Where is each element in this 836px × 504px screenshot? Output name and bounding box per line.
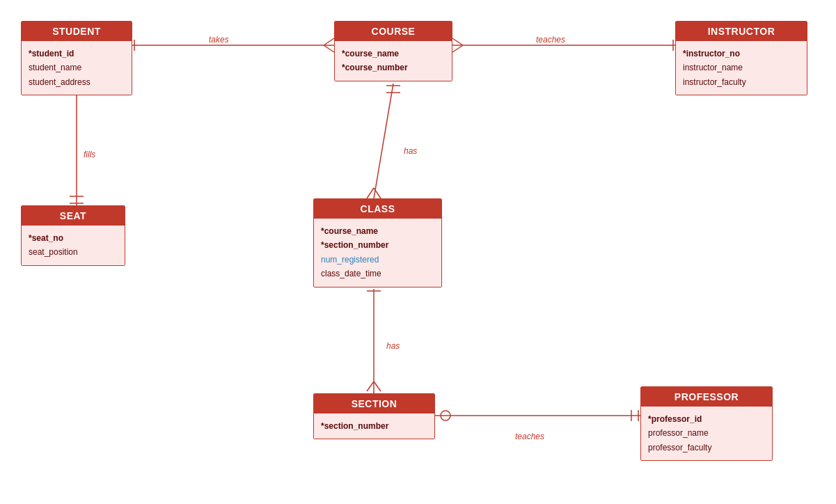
seat-attr-no: *seat_no <box>29 231 118 245</box>
svg-line-1 <box>324 38 334 45</box>
entity-professor: PROFESSOR *professor_id professor_name p… <box>640 386 773 461</box>
instructor-attr-faculty: instructor_faculty <box>683 75 800 89</box>
relation-takes: takes <box>209 35 229 45</box>
student-attr-id: *student_id <box>29 47 125 61</box>
instructor-attr-no: *instructor_no <box>683 47 800 61</box>
section-attr-number: *section_number <box>321 419 427 433</box>
professor-attr-name: professor_name <box>648 426 765 440</box>
entity-instructor-header: INSTRUCTOR <box>676 22 807 41</box>
professor-attr-id: *professor_id <box>648 412 765 426</box>
svg-line-2 <box>324 45 334 52</box>
student-attr-address: student_address <box>29 75 125 89</box>
class-attr-num-registered: num_registered <box>321 253 434 267</box>
relation-has-class-section: has <box>386 341 400 351</box>
svg-line-16 <box>374 188 381 198</box>
entity-professor-header: PROFESSOR <box>641 387 772 407</box>
entity-section-header: SECTION <box>314 394 434 414</box>
entity-section-body: *section_number <box>314 414 434 439</box>
svg-line-5 <box>452 38 463 45</box>
entity-course: COURSE *course_name *course_number <box>334 21 452 81</box>
course-attr-name: *course_name <box>342 47 445 61</box>
entity-seat-header: SEAT <box>22 206 125 226</box>
svg-line-20 <box>374 381 381 391</box>
entity-instructor-body: *instructor_no instructor_name instructo… <box>676 41 807 95</box>
svg-line-6 <box>452 45 463 52</box>
relation-teaches-instructor: teaches <box>536 35 565 45</box>
relation-teaches-professor: teaches <box>515 432 544 441</box>
svg-line-19 <box>367 381 374 391</box>
svg-line-15 <box>367 188 374 198</box>
entity-student-header: STUDENT <box>22 22 132 41</box>
entity-course-body: *course_name *course_number <box>335 41 452 81</box>
entity-class: CLASS *course_name *section_number num_r… <box>313 198 442 288</box>
entity-class-header: CLASS <box>314 199 441 219</box>
diagram-container: takes teaches fills has has teaches STUD… <box>0 0 836 504</box>
student-attr-name: student_name <box>29 61 125 74</box>
class-attr-section-number: *section_number <box>321 238 434 252</box>
course-attr-number: *course_number <box>342 61 445 74</box>
entity-instructor: INSTRUCTOR *instructor_no instructor_nam… <box>675 21 807 95</box>
professor-attr-faculty: professor_faculty <box>648 441 765 455</box>
entity-seat-body: *seat_no seat_position <box>22 226 125 265</box>
entity-course-header: COURSE <box>335 22 452 41</box>
entity-student-body: *student_id student_name student_address <box>22 41 132 95</box>
class-attr-course-name: *course_name <box>321 224 434 238</box>
class-attr-date-time: class_date_time <box>321 267 434 281</box>
relation-fills: fills <box>84 150 95 159</box>
entity-class-body: *course_name *section_number num_registe… <box>314 219 441 287</box>
svg-point-22 <box>441 411 450 420</box>
instructor-attr-name: instructor_name <box>683 61 800 74</box>
entity-professor-body: *professor_id professor_name professor_f… <box>641 407 772 460</box>
entity-student: STUDENT *student_id student_name student… <box>21 21 132 95</box>
svg-line-12 <box>374 84 393 198</box>
entity-seat: SEAT *seat_no seat_position <box>21 205 125 266</box>
seat-attr-position: seat_position <box>29 245 118 259</box>
entity-section: SECTION *section_number <box>313 393 435 439</box>
relation-has-course-class: has <box>404 146 417 156</box>
